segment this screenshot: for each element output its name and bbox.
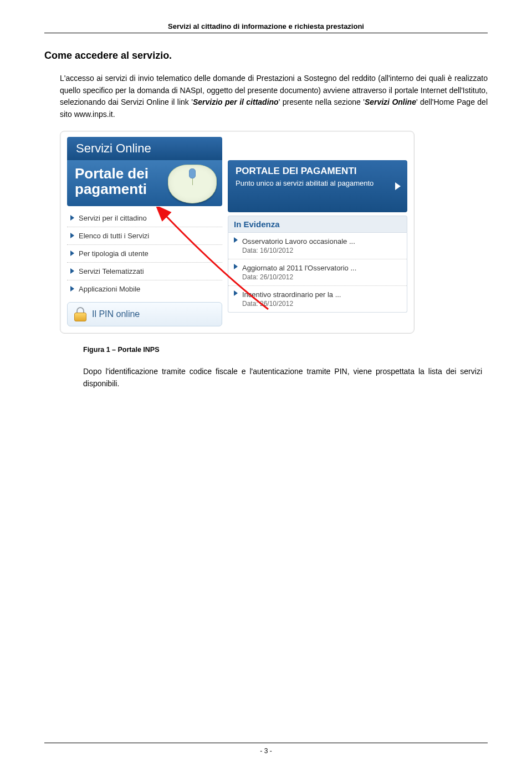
section-title: Come accedere al servizio. bbox=[44, 50, 488, 62]
list-item[interactable]: Osservatorio Lavoro occasionale ... Data… bbox=[228, 233, 407, 259]
page-footer: - 3 - bbox=[44, 743, 488, 755]
pin-label: Il PIN online bbox=[92, 309, 140, 319]
right-column: PORTALE DEI PAGAMENTI Punto unico ai ser… bbox=[228, 160, 407, 326]
link-text-servizi-online: Servizi Online bbox=[365, 98, 416, 106]
sidebar-item-label: Elenco di tutti i Servizi bbox=[79, 232, 149, 240]
sidebar-item-label: Applicazioni Mobile bbox=[79, 285, 140, 293]
link-text-servizio-cittadino: Servizio per il cittadino bbox=[193, 98, 279, 106]
chevron-right-icon bbox=[70, 233, 74, 238]
sidebar-item-label: Servizi Telematizzati bbox=[79, 267, 144, 275]
lock-icon bbox=[74, 307, 86, 321]
chevron-right-icon bbox=[234, 290, 238, 296]
sidebar-item-servizi-cittadino[interactable]: Servizi per il cittadino bbox=[67, 209, 222, 227]
hero-banner[interactable]: Portale dei pagamenti bbox=[67, 160, 222, 206]
chevron-right-icon bbox=[70, 250, 74, 256]
figure-caption: Figura 1 – Portale INPS bbox=[83, 346, 488, 354]
sidebar-item-label: Per tipologia di utente bbox=[79, 249, 149, 258]
chevron-right-icon bbox=[395, 182, 401, 190]
intro-text-b: ' presente nella sezione ' bbox=[279, 98, 365, 106]
portal-screenshot: Servizi Online Portale dei pagamenti Ser… bbox=[60, 131, 415, 334]
sidebar-item-label: Servizi per il cittadino bbox=[79, 214, 147, 222]
pin-online-button[interactable]: Il PIN online bbox=[67, 302, 222, 326]
in-evidenza-header: In Evidenza bbox=[228, 216, 407, 233]
left-column: Portale dei pagamenti Servizi per il cit… bbox=[67, 160, 222, 326]
closing-paragraph: Dopo l'identificazione tramite codice fi… bbox=[83, 366, 482, 390]
sidebar-item-elenco-servizi[interactable]: Elenco di tutti i Servizi bbox=[67, 227, 222, 245]
list-item[interactable]: Incentivo straordinario per la ... Data:… bbox=[228, 286, 407, 312]
page-number: - 3 - bbox=[260, 747, 272, 755]
running-header: Servizi al cittadino di informazione e r… bbox=[44, 22, 488, 30]
side-nav: Servizi per il cittadino Elenco di tutti… bbox=[67, 209, 222, 298]
sidebar-item-tipologia-utente[interactable]: Per tipologia di utente bbox=[67, 245, 222, 263]
mouse-icon bbox=[168, 165, 217, 203]
promo-pagamenti[interactable]: PORTALE DEI PAGAMENTI Punto unico ai ser… bbox=[228, 160, 407, 212]
intro-paragraph: L'accesso ai servizi di invio telematico… bbox=[60, 73, 488, 121]
tab-servizi-online[interactable]: Servizi Online bbox=[67, 137, 222, 160]
sidebar-item-applicazioni-mobile[interactable]: Applicazioni Mobile bbox=[67, 280, 222, 298]
news-date: Data: 26/10/2012 bbox=[242, 273, 356, 281]
sidebar-item-servizi-telematizzati[interactable]: Servizi Telematizzati bbox=[67, 263, 222, 280]
news-date: Data: 26/10/2012 bbox=[242, 300, 341, 308]
news-title: Osservatorio Lavoro occasionale ... bbox=[242, 237, 355, 246]
chevron-right-icon bbox=[70, 215, 74, 221]
list-item[interactable]: Aggiornato al 2011 l'Osservatorio ... Da… bbox=[228, 259, 407, 286]
chevron-right-icon bbox=[70, 286, 74, 292]
chevron-right-icon bbox=[234, 237, 238, 243]
header-rule bbox=[44, 33, 488, 33]
chevron-right-icon bbox=[234, 264, 238, 269]
news-date: Data: 16/10/2012 bbox=[242, 247, 355, 254]
in-evidenza-list: Osservatorio Lavoro occasionale ... Data… bbox=[228, 233, 407, 313]
promo-title: PORTALE DEI PAGAMENTI bbox=[236, 166, 400, 177]
promo-subtitle: Punto unico ai servizi abilitati al paga… bbox=[236, 179, 400, 188]
news-title: Incentivo straordinario per la ... bbox=[242, 290, 341, 299]
chevron-right-icon bbox=[70, 268, 74, 274]
news-title: Aggiornato al 2011 l'Osservatorio ... bbox=[242, 264, 356, 272]
